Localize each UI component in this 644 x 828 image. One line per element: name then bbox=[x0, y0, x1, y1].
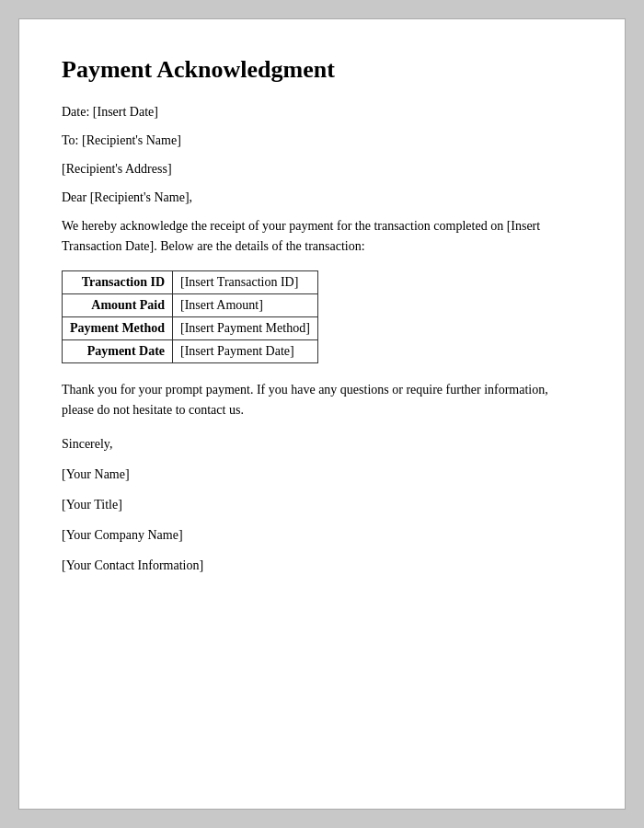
table-label-cell: Payment Method bbox=[63, 316, 173, 339]
table-value-cell: [Insert Amount] bbox=[173, 293, 318, 316]
date-line: Date: [Insert Date] bbox=[62, 102, 582, 121]
table-label-cell: Amount Paid bbox=[63, 293, 173, 316]
signature-block: Sincerely, [Your Name] [Your Title] [You… bbox=[62, 434, 582, 575]
table-row: Payment Date[Insert Payment Date] bbox=[63, 339, 318, 362]
table-value-cell: [Insert Transaction ID] bbox=[173, 270, 318, 293]
table-row: Payment Method[Insert Payment Method] bbox=[63, 316, 318, 339]
body-paragraph: We hereby acknowledge the receipt of you… bbox=[62, 216, 582, 258]
your-name: [Your Name] bbox=[62, 465, 582, 484]
your-company: [Your Company Name] bbox=[62, 525, 582, 545]
sincerely-line: Sincerely, bbox=[62, 434, 582, 454]
dear-line: Dear [Recipient's Name], bbox=[62, 188, 582, 207]
transaction-table: Transaction ID[Insert Transaction ID]Amo… bbox=[62, 270, 318, 363]
to-line: To: [Recipient's Name] bbox=[62, 131, 582, 150]
address-line: [Recipient's Address] bbox=[62, 159, 582, 178]
table-value-cell: [Insert Payment Method] bbox=[173, 316, 318, 339]
table-row: Amount Paid[Insert Amount] bbox=[63, 293, 318, 316]
table-label-cell: Transaction ID bbox=[63, 270, 173, 293]
table-label-cell: Payment Date bbox=[63, 339, 173, 362]
table-row: Transaction ID[Insert Transaction ID] bbox=[63, 270, 318, 293]
document-page: Payment Acknowledgment Date: [Insert Dat… bbox=[18, 18, 626, 810]
your-title: [Your Title] bbox=[62, 495, 582, 514]
closing-paragraph: Thank you for your prompt payment. If yo… bbox=[62, 380, 582, 421]
page-title: Payment Acknowledgment bbox=[62, 56, 582, 84]
table-value-cell: [Insert Payment Date] bbox=[173, 339, 318, 362]
your-contact: [Your Contact Information] bbox=[62, 556, 582, 575]
